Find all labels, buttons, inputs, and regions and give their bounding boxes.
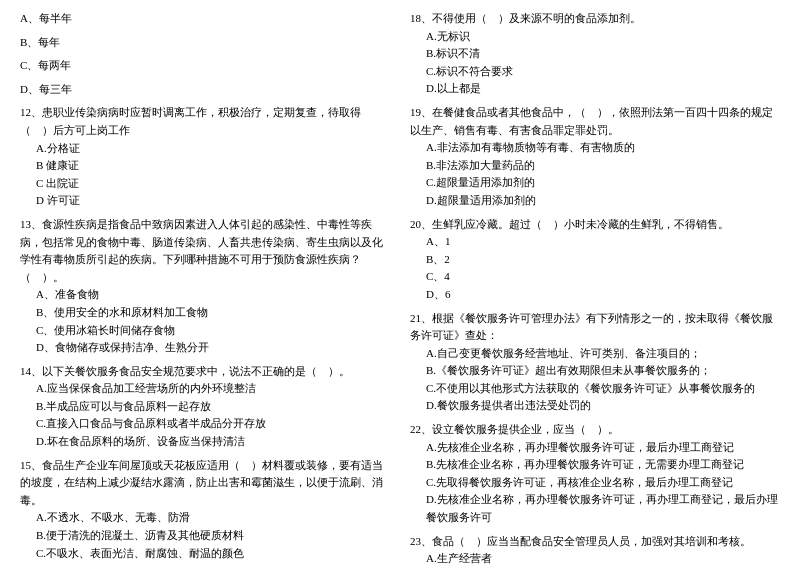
question-option: D、食物储存或保持洁净、生熟分开	[20, 339, 390, 357]
question-option: D.餐饮服务提供者出违法受处罚的	[410, 397, 780, 415]
question-option: B.先核准企业名称，再办理餐饮服务许可证，无需要办理工商登记	[410, 456, 780, 474]
question-block: 23、食品（ ）应当当配食品安全管理员人员，加强对其培训和考核。A.生产经营者B…	[410, 533, 780, 565]
question-title: 19、在餐健食品或者其他食品中，（ ），依照刑法第一百四十四条的规定以生产、销售…	[410, 104, 780, 139]
question-block: B、每年	[20, 34, 390, 52]
question-option: B、使用安全的水和原材料加工食物	[20, 304, 390, 322]
right-column: 18、不得使用（ ）及来源不明的食品添加剂。A.无标识B.标识不清C.标识不符合…	[410, 10, 780, 565]
question-title: A、每半年	[20, 10, 390, 28]
question-title: 12、患职业传染病病时应暂时调离工作，积极治疗，定期复查，待取得（ ）后方可上岗…	[20, 104, 390, 139]
question-block: 20、生鲜乳应冷藏。超过（ ）小时未冷藏的生鲜乳，不得销售。A、1B、2C、4D…	[410, 216, 780, 304]
left-column: A、每半年B、每年C、每两年D、每三年12、患职业传染病病时应暂时调离工作，积极…	[20, 10, 390, 565]
question-option: B.《餐饮服务许可证》超出有效期限但未从事餐饮服务的；	[410, 362, 780, 380]
question-option: A.非法添加有毒物质物等有毒、有害物质的	[410, 139, 780, 157]
question-title: 14、以下关餐饮服务食品安全规范要求中，说法不正确的是（ ）。	[20, 363, 390, 381]
question-option: A.无标识	[410, 28, 780, 46]
question-block: 19、在餐健食品或者其他食品中，（ ），依照刑法第一百四十四条的规定以生产、销售…	[410, 104, 780, 210]
question-option: D 许可证	[20, 192, 390, 210]
question-option: C 出院证	[20, 175, 390, 193]
question-block: 12、患职业传染病病时应暂时调离工作，积极治疗，定期复查，待取得（ ）后方可上岗…	[20, 104, 390, 210]
question-option: A、准备食物	[20, 286, 390, 304]
question-option: C、4	[410, 268, 780, 286]
question-option: B.标识不清	[410, 45, 780, 63]
question-title: 21、根据《餐饮服务许可管理办法》有下列情形之一的，按未取得《餐饮服务许可证》查…	[410, 310, 780, 345]
question-option: C.超限量适用添加剂的	[410, 174, 780, 192]
question-title: 13、食源性疾病是指食品中致病因素进入人体引起的感染性、中毒性等疾病，包括常见的…	[20, 216, 390, 286]
question-block: D、每三年	[20, 81, 390, 99]
question-option: A.自己变更餐饮服务经营地址、许可类别、备注项目的；	[410, 345, 780, 363]
question-option: D.坏在食品原料的场所、设备应当保持清洁	[20, 433, 390, 451]
question-title: C、每两年	[20, 57, 390, 75]
question-option: C、使用冰箱长时间储存食物	[20, 322, 390, 340]
question-option: A.生产经营者	[410, 550, 780, 565]
two-column-layout: A、每半年B、每年C、每两年D、每三年12、患职业传染病病时应暂时调离工作，积极…	[20, 10, 780, 565]
question-title: D、每三年	[20, 81, 390, 99]
question-block: 21、根据《餐饮服务许可管理办法》有下列情形之一的，按未取得《餐饮服务许可证》查…	[410, 310, 780, 416]
question-option: C.直接入口食品与食品原料或者半成品分开存放	[20, 415, 390, 433]
question-option: B 健康证	[20, 157, 390, 175]
question-option: D.以上都是	[410, 80, 780, 98]
question-block: 13、食源性疾病是指食品中致病因素进入人体引起的感染性、中毒性等疾病，包括常见的…	[20, 216, 390, 357]
question-option: A.先核准企业名称，再办理餐饮服务许可证，最后办理工商登记	[410, 439, 780, 457]
question-block: 22、设立餐饮服务提供企业，应当（ ）。A.先核准企业名称，再办理餐饮服务许可证…	[410, 421, 780, 527]
question-option: A.分格证	[20, 140, 390, 158]
question-option: C.先取得餐饮服务许可证，再核准企业名称，最后办理工商登记	[410, 474, 780, 492]
page-container: A、每半年B、每年C、每两年D、每三年12、患职业传染病病时应暂时调离工作，积极…	[20, 10, 780, 565]
question-title: 22、设立餐饮服务提供企业，应当（ ）。	[410, 421, 780, 439]
question-option: A.应当保保食品加工经营场所的内外环境整洁	[20, 380, 390, 398]
question-block: 15、食品生产企业车间屋顶或天花板应适用（ ）材料覆或装修，要有适当的坡度，在结…	[20, 457, 390, 565]
question-block: 14、以下关餐饮服务食品安全规范要求中，说法不正确的是（ ）。A.应当保保食品加…	[20, 363, 390, 451]
question-option: D.超限量适用添加剂的	[410, 192, 780, 210]
question-title: 15、食品生产企业车间屋顶或天花板应适用（ ）材料覆或装修，要有适当的坡度，在结…	[20, 457, 390, 510]
question-option: C.标识不符合要求	[410, 63, 780, 81]
question-title: 18、不得使用（ ）及来源不明的食品添加剂。	[410, 10, 780, 28]
question-option: C.不吸水、表面光洁、耐腐蚀、耐温的颜色	[20, 545, 390, 563]
question-option: B.便于清洗的混凝土、沥青及其他硬质材料	[20, 527, 390, 545]
question-title: 23、食品（ ）应当当配食品安全管理员人员，加强对其培训和考核。	[410, 533, 780, 551]
question-option: C.不使用以其他形式方法获取的《餐饮服务许可证》从事餐饮服务的	[410, 380, 780, 398]
question-title: 20、生鲜乳应冷藏。超过（ ）小时未冷藏的生鲜乳，不得销售。	[410, 216, 780, 234]
question-option: B.半成品应可以与食品原料一起存放	[20, 398, 390, 416]
question-option: A.不透水、不吸水、无毒、防滑	[20, 509, 390, 527]
question-option: A、1	[410, 233, 780, 251]
question-option: D.先核准企业名称，再办理餐饮服务许可证，再办理工商登记，最后办理餐饮服务许可	[410, 491, 780, 526]
question-option: B.非法添加大量药品的	[410, 157, 780, 175]
question-option: B、2	[410, 251, 780, 269]
question-option: D、6	[410, 286, 780, 304]
question-block: C、每两年	[20, 57, 390, 75]
question-block: A、每半年	[20, 10, 390, 28]
question-block: 18、不得使用（ ）及来源不明的食品添加剂。A.无标识B.标识不清C.标识不符合…	[410, 10, 780, 98]
question-title: B、每年	[20, 34, 390, 52]
